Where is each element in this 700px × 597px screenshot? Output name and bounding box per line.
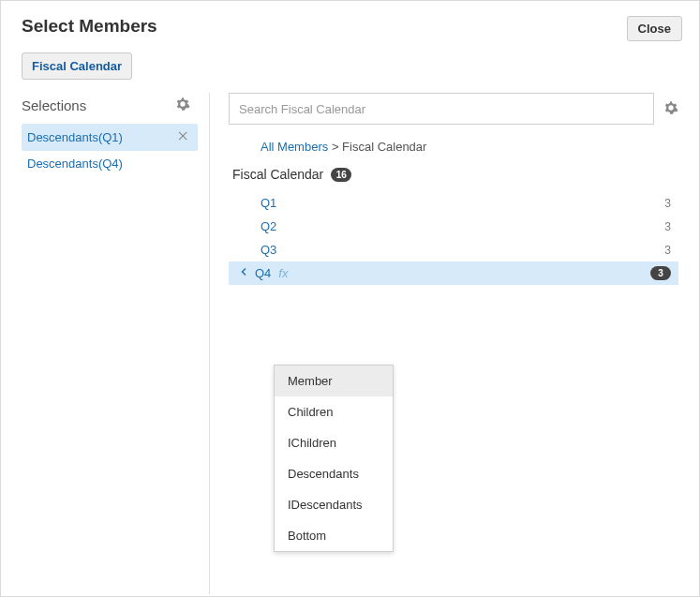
- breadcrumb-root[interactable]: All Members: [261, 140, 328, 154]
- function-menu-item[interactable]: Descendants: [275, 458, 393, 489]
- tree-root-label: Fiscal Calendar: [232, 167, 323, 182]
- selections-heading: Selections: [22, 97, 86, 113]
- function-menu-item[interactable]: Member: [275, 366, 393, 396]
- function-menu-item[interactable]: IChildren: [275, 427, 393, 458]
- function-menu: MemberChildrenIChildrenDescendantsIDesce…: [274, 365, 394, 552]
- close-button[interactable]: Close: [627, 16, 682, 41]
- member-name: Q2: [261, 219, 276, 233]
- breadcrumb: All Members > Fiscal Calendar: [229, 125, 678, 167]
- dimension-tab[interactable]: Fiscal Calendar: [22, 52, 132, 80]
- tree-root-row[interactable]: Fiscal Calendar 16: [229, 167, 678, 191]
- member-count: 3: [664, 244, 671, 257]
- function-menu-item[interactable]: IDescendants: [275, 489, 393, 520]
- member-row-left: Q3: [261, 243, 276, 257]
- chevron-left-icon[interactable]: [238, 266, 249, 280]
- member-row[interactable]: Q13: [232, 191, 678, 215]
- member-name: Q3: [261, 243, 276, 257]
- members-panel: All Members > Fiscal Calendar Fiscal Cal…: [210, 93, 699, 594]
- member-row-left: Q1: [261, 196, 276, 210]
- dialog-title: Select Members: [22, 16, 157, 37]
- member-list: Q13Q23Q33Q4fx3: [229, 191, 678, 285]
- member-count-badge: 3: [650, 266, 671, 280]
- search-row: [229, 93, 678, 125]
- member-row[interactable]: Q4fx3: [229, 261, 678, 285]
- gear-icon[interactable]: [663, 100, 678, 118]
- member-count: 3: [664, 220, 671, 233]
- gear-icon[interactable]: [175, 97, 190, 114]
- dialog-header: Select Members Close: [1, 1, 699, 49]
- tree-root-count-badge: 16: [331, 168, 351, 182]
- member-name: Q4: [255, 266, 271, 280]
- select-members-dialog: Select Members Close Fiscal Calendar Sel…: [0, 0, 700, 597]
- selection-row[interactable]: Descendants(Q1): [22, 124, 198, 151]
- close-icon[interactable]: [177, 129, 190, 145]
- fx-icon[interactable]: fx: [278, 266, 288, 280]
- member-row[interactable]: Q23: [232, 215, 678, 238]
- selection-label: Descendants(Q4): [27, 157, 123, 171]
- dialog-content: Selections Descendants(Q1)Descendants(Q4…: [1, 93, 699, 594]
- selections-header: Selections: [22, 93, 198, 124]
- search-input[interactable]: [229, 93, 654, 125]
- selection-row[interactable]: Descendants(Q4): [22, 151, 198, 176]
- member-row-left: Q4fx: [238, 266, 288, 280]
- dimension-tab-row: Fiscal Calendar: [1, 49, 699, 93]
- breadcrumb-current: Fiscal Calendar: [342, 140, 426, 154]
- breadcrumb-sep: >: [332, 140, 339, 154]
- selections-panel: Selections Descendants(Q1)Descendants(Q4…: [1, 93, 198, 594]
- member-count: 3: [664, 197, 671, 210]
- selection-label: Descendants(Q1): [27, 130, 123, 144]
- selections-list: Descendants(Q1)Descendants(Q4): [22, 124, 198, 176]
- member-name: Q1: [261, 196, 276, 210]
- function-menu-item[interactable]: Bottom: [275, 520, 393, 551]
- member-row-left: Q2: [261, 219, 276, 233]
- member-row[interactable]: Q33: [232, 238, 678, 261]
- member-count: 3: [650, 266, 671, 280]
- function-menu-item[interactable]: Children: [275, 396, 393, 427]
